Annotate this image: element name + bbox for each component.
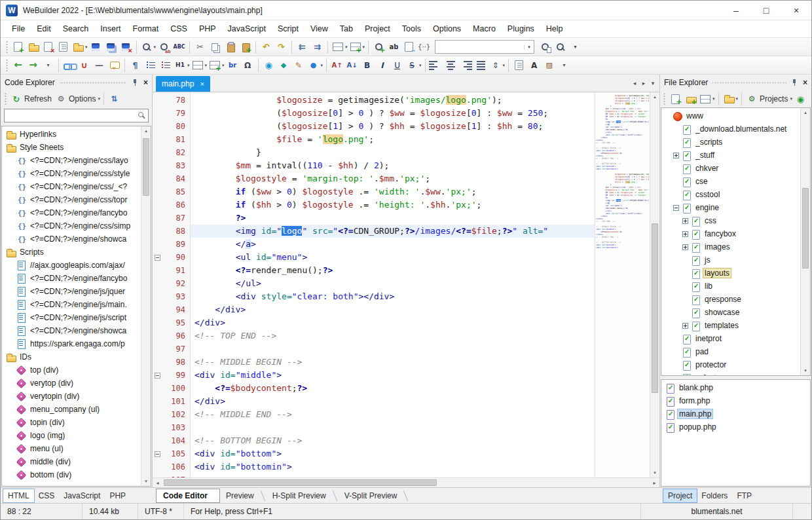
tab-php[interactable]: PHP (105, 489, 130, 502)
combo-dropdown-icon[interactable]: ▾ (524, 45, 534, 50)
code-line-91[interactable]: <?=render_menu();?> (191, 264, 595, 277)
tree-item[interactable]: menu (ul) (2, 442, 141, 455)
print-button[interactable] (56, 39, 71, 55)
redo-button[interactable]: ↷ (274, 39, 289, 55)
underline-button[interactable]: U (390, 58, 405, 73)
increase-font-button[interactable]: A↑ (329, 58, 344, 73)
file-item[interactable]: blank.php (661, 381, 810, 394)
open-folder-button[interactable]: ▾ (71, 39, 88, 55)
save-all-button[interactable] (103, 39, 119, 55)
cut-button[interactable]: ✂ (193, 39, 208, 55)
tab-v-split-preview[interactable]: V-Split Preview (338, 489, 409, 502)
code-line-101[interactable]: </div> (191, 395, 595, 408)
code-line-85[interactable]: if ($ww > 0) $logostyle .= 'width: '.$ww… (191, 185, 595, 198)
menu-item-plugins[interactable]: Plugins (502, 22, 540, 36)
editor-hscrollbar[interactable]: ◂ ▸ (153, 477, 659, 487)
code-line-94[interactable]: </div> (191, 303, 595, 316)
tree-item[interactable]: Style Sheets (2, 141, 141, 154)
undo-button[interactable]: ↶ (259, 39, 274, 55)
tab-html[interactable]: HTML (3, 489, 34, 502)
tab-main-php[interactable]: main.php × (156, 76, 210, 92)
scroll-up-icon[interactable]: ▴ (141, 126, 151, 136)
tree-item[interactable]: inetprot (661, 332, 800, 345)
tab-close-icon[interactable]: × (200, 80, 204, 88)
toolbar-search-input[interactable] (435, 41, 524, 53)
file-item[interactable]: form.php (661, 394, 810, 407)
preview-frames-button[interactable]: ▾ (331, 39, 348, 55)
tab-css[interactable]: CSS (34, 489, 60, 502)
tree-item[interactable]: <?=CDN;?>/engine/js/script (2, 311, 141, 324)
strikethrough-button[interactable]: S▾ (405, 58, 422, 73)
expand-icon[interactable] (682, 244, 688, 250)
code-line-82[interactable]: } (191, 146, 595, 159)
editor-scrollbar-thumb[interactable] (652, 223, 658, 393)
find-button[interactable]: ▾ (139, 39, 157, 55)
tree-item[interactable]: lib (661, 280, 800, 293)
tree-item[interactable]: cse (661, 175, 800, 188)
highlight-color-button[interactable]: ▨ (542, 58, 557, 73)
expand-icon[interactable] (682, 218, 688, 224)
expand-icon[interactable] (682, 323, 688, 329)
tree-item[interactable]: _stuff (661, 149, 800, 162)
code-line-86[interactable]: if ($hh > 0) $logostyle .= 'height: '.$h… (191, 198, 595, 212)
tree-item[interactable]: <?=CDN;?>/engine/css/simp (2, 219, 141, 232)
tree-item[interactable]: //ajax.googleapis.com/ajax/ (2, 259, 141, 272)
menu-item-javascript[interactable]: JavaScript (222, 22, 272, 36)
tree-item[interactable]: bottom (div) (2, 468, 141, 481)
insert-link-button[interactable] (62, 58, 77, 73)
nav-back-button[interactable]: ← (10, 58, 26, 73)
fx-browse-sync-button[interactable]: ◉ (793, 91, 808, 107)
code-explorer-scrollbar[interactable]: ▴ ▾ (141, 126, 151, 486)
color-picker-button[interactable]: ●▾ (306, 58, 324, 73)
expand-icon[interactable] (682, 231, 688, 237)
menu-item-php[interactable]: PHP (193, 22, 222, 36)
insert-anchor-button[interactable]: ∪ (77, 58, 92, 73)
code-sweeper-button[interactable]: ✎ (291, 58, 306, 73)
hscroll-track[interactable] (162, 478, 650, 487)
menu-item-tools[interactable]: Tools (396, 22, 427, 36)
scroll-up-icon[interactable]: ▴ (650, 92, 659, 102)
fx-projects-button[interactable]: ⚙Projects▾ (745, 91, 793, 107)
replace-button[interactable] (157, 39, 172, 55)
scroll-down-icon[interactable]: ▾ (650, 468, 659, 477)
menu-item-search[interactable]: Search (57, 22, 95, 36)
tree-item[interactable]: chkver (661, 162, 800, 175)
fold-toggle-icon[interactable] (155, 451, 160, 457)
code-line-84[interactable]: $logostyle = 'margin-top: '.$mm.'px;'; (191, 172, 595, 185)
editor-minimap[interactable]: $logosize = getimagesize('images/logo.pn… (595, 92, 650, 477)
tree-item[interactable]: topin (div) (2, 416, 141, 429)
paste-text-button[interactable] (238, 39, 253, 55)
insert-hr-button[interactable]: — (92, 58, 107, 73)
fold-toggle-icon[interactable] (155, 255, 160, 261)
fold-toggle-icon[interactable] (155, 373, 160, 379)
css-styles-button[interactable]: ◉ (261, 58, 276, 73)
expand-icon[interactable] (673, 153, 679, 158)
unindent-button[interactable]: ⇇ (295, 39, 310, 55)
tree-item[interactable]: layouts (661, 267, 800, 280)
search-engine-button[interactable] (538, 39, 553, 55)
tree-item[interactable]: <?=CDN;?>/engine/fancybo (2, 206, 141, 219)
tree-item[interactable]: csstool (661, 188, 800, 201)
tab-list-icon[interactable]: ▾ (648, 80, 657, 86)
page-properties-button[interactable] (511, 58, 526, 73)
align-right-button[interactable] (458, 58, 473, 73)
font-style-button[interactable]: A (526, 58, 542, 73)
tree-item[interactable]: middle (div) (2, 455, 141, 468)
tree-item[interactable]: <?=CDN;?>/engine/showca (2, 324, 141, 337)
menu-item-file[interactable]: File (6, 22, 31, 36)
paste-button[interactable] (223, 39, 238, 55)
tree-item[interactable]: <?=CDN;?>/engine/fancybo (2, 272, 141, 285)
tree-item[interactable]: js (661, 253, 800, 267)
code-line-103[interactable] (191, 421, 595, 434)
tag-inspector-button[interactable]: ◆ (276, 58, 291, 73)
menu-item-tab[interactable]: Tab (334, 22, 359, 36)
validate-search-button[interactable] (553, 39, 568, 55)
tree-item[interactable]: pad (661, 345, 800, 358)
menu-item-script[interactable]: Script (272, 22, 304, 36)
editor-layout-button[interactable]: ▾ (348, 39, 366, 55)
fx-new-folder-button[interactable] (683, 91, 698, 107)
insert-paragraph-button[interactable]: ¶ (128, 58, 143, 73)
code-line-98[interactable]: <!-- MIDDLE BEGIN --> (191, 356, 595, 369)
tab-h-split-preview[interactable]: H-Split Preview (266, 489, 338, 502)
maximize-button[interactable]: □ (751, 1, 781, 20)
